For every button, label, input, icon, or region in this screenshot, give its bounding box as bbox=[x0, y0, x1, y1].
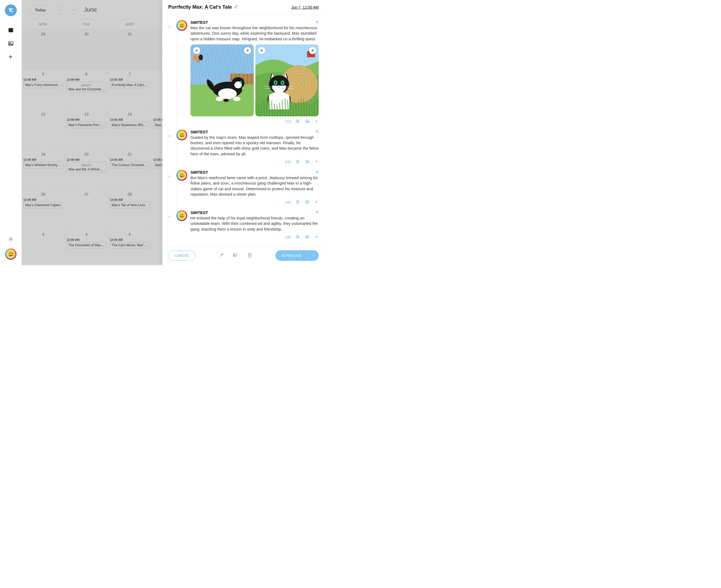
add-item-icon[interactable] bbox=[314, 200, 319, 205]
edit-icon[interactable] bbox=[234, 4, 238, 10]
calendar-icon[interactable] bbox=[8, 27, 14, 33]
plus-icon[interactable] bbox=[8, 54, 14, 60]
thread-avatar: 😃 bbox=[176, 130, 187, 141]
add-item-icon[interactable] bbox=[314, 235, 319, 240]
sidebar: 😃 bbox=[0, 0, 22, 265]
svg-point-62 bbox=[224, 99, 229, 102]
thread-item: =😃SMITEST✕He enlisted the help of his lo… bbox=[168, 208, 319, 243]
svg-point-61 bbox=[233, 97, 240, 101]
thread-username: SMITEST bbox=[190, 20, 208, 25]
add-item-icon[interactable] bbox=[314, 119, 319, 124]
panel-date[interactable]: Jun 7, 12:00 AM bbox=[291, 5, 319, 9]
drag-handle-icon[interactable]: = bbox=[168, 170, 173, 205]
remove-thread-icon[interactable]: ✕ bbox=[315, 170, 319, 174]
svg-point-115 bbox=[297, 122, 298, 123]
char-count: 195 bbox=[285, 235, 291, 239]
char-count: 212 bbox=[285, 119, 291, 124]
svg-point-50 bbox=[198, 55, 203, 60]
image-card[interactable]: ≡ ✕ bbox=[190, 44, 254, 117]
thread-text: He enlisted the help of his loyal neighb… bbox=[190, 215, 319, 232]
thread-avatar: 😃 bbox=[176, 20, 187, 31]
svg-point-8 bbox=[10, 239, 12, 240]
svg-point-82 bbox=[282, 81, 283, 84]
scissors-icon[interactable] bbox=[296, 119, 300, 124]
detail-panel: Purrfectly Max: A Cat's Tale Jun 7, 12:0… bbox=[162, 0, 325, 265]
add-image-icon[interactable] bbox=[305, 160, 310, 165]
add-image-icon[interactable] bbox=[305, 235, 310, 240]
schedule-button[interactable]: SCHEDULE bbox=[275, 250, 308, 261]
image-close-icon[interactable]: ✕ bbox=[309, 47, 316, 54]
thread-item: =😃SMITEST✕But Max's newfound fame came w… bbox=[168, 168, 319, 208]
image-close-icon[interactable]: ✕ bbox=[244, 47, 251, 54]
svg-point-139 bbox=[297, 237, 298, 238]
thread-username: SMITEST bbox=[190, 130, 208, 134]
svg-point-130 bbox=[297, 200, 298, 201]
panel-title-text: Purrfectly Max: A Cat's Tale bbox=[168, 4, 232, 10]
thread-item: =😃SMITEST✕Max the cat was known througho… bbox=[168, 18, 319, 127]
scissors-icon[interactable] bbox=[296, 160, 300, 165]
image-icon[interactable] bbox=[8, 41, 14, 46]
char-count: 242 bbox=[285, 160, 291, 164]
svg-point-135 bbox=[306, 201, 307, 202]
char-count: 244 bbox=[285, 200, 291, 205]
thread-text: Guided by the map's clues, Max leaped fr… bbox=[190, 135, 319, 157]
svg-point-81 bbox=[275, 81, 276, 84]
thread-item: =😃SMITEST✕Guided by the map's clues, Max… bbox=[168, 127, 319, 168]
svg-point-60 bbox=[216, 97, 223, 101]
svg-text:3: 3 bbox=[233, 256, 234, 257]
image-card[interactable]: ≡ ✕ bbox=[255, 44, 319, 117]
thread-username: SMITEST bbox=[190, 210, 208, 215]
thread-text: But Max's newfound fame came with a pric… bbox=[190, 175, 319, 197]
svg-point-122 bbox=[297, 160, 298, 161]
svg-point-143 bbox=[306, 236, 307, 237]
app-logo[interactable] bbox=[5, 4, 17, 16]
svg-point-5 bbox=[10, 43, 10, 44]
list-icon[interactable]: 123 bbox=[233, 253, 238, 259]
svg-point-58 bbox=[240, 81, 242, 84]
svg-point-123 bbox=[297, 162, 298, 163]
remove-thread-icon[interactable]: ✕ bbox=[315, 20, 319, 25]
remove-thread-icon[interactable]: ✕ bbox=[315, 210, 319, 215]
scissors-icon[interactable] bbox=[296, 200, 300, 205]
add-item-icon[interactable] bbox=[314, 160, 319, 165]
svg-point-119 bbox=[306, 121, 307, 121]
svg-point-138 bbox=[297, 235, 298, 236]
scissors-icon[interactable] bbox=[296, 235, 300, 240]
magic-icon[interactable] bbox=[219, 253, 224, 259]
drag-handle-icon[interactable]: = bbox=[168, 210, 173, 240]
add-image-icon[interactable] bbox=[305, 200, 310, 205]
drag-handle-icon[interactable]: = bbox=[168, 20, 173, 124]
image-menu-icon[interactable]: ≡ bbox=[258, 47, 265, 54]
add-image-icon[interactable] bbox=[305, 119, 310, 124]
svg-point-114 bbox=[297, 120, 298, 121]
user-avatar[interactable]: 😃 bbox=[5, 248, 17, 260]
drag-handle-icon[interactable]: = bbox=[168, 130, 173, 165]
panel-title: Purrfectly Max: A Cat's Tale bbox=[168, 4, 238, 10]
svg-point-127 bbox=[306, 161, 307, 162]
thread-username: SMITEST bbox=[190, 170, 208, 174]
svg-rect-1 bbox=[9, 28, 13, 29]
image-menu-icon[interactable]: ≡ bbox=[193, 47, 200, 54]
schedule-dropdown[interactable] bbox=[308, 250, 319, 261]
svg-point-131 bbox=[297, 203, 298, 204]
trash-icon[interactable] bbox=[247, 253, 252, 259]
thread-text: Max the cat was known throughout the nei… bbox=[190, 25, 319, 42]
thread-avatar: 😃 bbox=[176, 170, 187, 181]
settings-icon[interactable] bbox=[8, 236, 14, 242]
thread-images: ≡ ✕ bbox=[190, 44, 319, 117]
cancel-button[interactable]: CANCEL bbox=[168, 251, 196, 260]
svg-point-49 bbox=[193, 55, 198, 60]
remove-thread-icon[interactable]: ✕ bbox=[315, 130, 319, 134]
thread-avatar: 😃 bbox=[176, 210, 187, 221]
